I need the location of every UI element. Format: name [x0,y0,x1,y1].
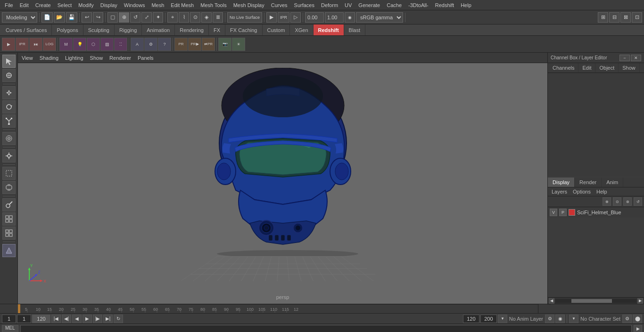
tab-fx-caching[interactable]: FX Caching [225,24,262,35]
timeline[interactable]: 5 10 15 20 25 30 35 40 45 50 55 60 65 70… [0,304,644,313]
gamma-dropdown[interactable]: sRGB gamma [356,12,403,23]
tab-fx[interactable]: FX [209,24,225,35]
move-tool-left[interactable] [2,86,16,99]
menu-edit[interactable]: Edit [17,1,32,9]
soft-select-tool[interactable] [2,132,16,145]
rs-help-btn[interactable]: ? [158,38,171,51]
sculpt-tool[interactable] [2,198,16,211]
menu-uv[interactable]: UV [342,1,355,9]
cb-tab-edit[interactable]: Edit [578,63,595,73]
panel-collapse-btn[interactable]: − [619,55,630,61]
multi-tool[interactable] [2,212,16,226]
menu-display[interactable]: Display [98,1,120,9]
no-live-surface-btn[interactable]: No Live Surface [227,12,262,23]
menu-redshift[interactable]: Redshift [432,1,457,9]
rs-pr2-btn[interactable]: PR▶ [188,38,201,51]
snap-live-btn[interactable]: ≣ [213,12,223,23]
anim-layer-settings-btn[interactable]: ⚙ [545,315,554,323]
cb-tab-channels[interactable]: Channels [549,63,578,73]
save-file-btn[interactable]: 💾 [66,12,77,23]
layer-list-item[interactable]: V P SciFi_Helmet_Blue [548,207,644,218]
command-send-btn[interactable]: ▶ [634,325,642,332]
snap-grid-btn[interactable]: ⌖ [167,12,178,23]
menu-generate[interactable]: Generate [355,1,383,9]
step-back-btn[interactable]: ◀| [62,315,71,323]
scroll-right-btn[interactable]: ▶ [637,298,643,304]
rs-light-btn[interactable]: 💡 [73,38,86,51]
scroll-track[interactable] [555,299,636,303]
char-set-dropdown-arrow[interactable]: ▼ [569,315,578,323]
tab-xgen[interactable]: XGen [290,24,313,35]
layer-new-empty-btn[interactable]: ⊕ [603,197,611,206]
paint-select-tool[interactable] [2,69,16,82]
play-back-btn[interactable]: ◀ [72,315,82,323]
move-tool-btn[interactable]: ⊕ [119,12,129,23]
menu-curves[interactable]: Curves [268,1,290,9]
scale-value[interactable] [325,12,344,23]
menu-mesh-display[interactable]: Mesh Display [231,1,267,9]
tab-rendering[interactable]: Rendering [175,24,209,35]
select-tool-btn[interactable]: ▢ [107,12,118,23]
rs-ipr-seq-btn[interactable]: ⏭ [29,38,42,51]
menu-edit-mesh[interactable]: Edit Mesh [168,1,197,9]
loop-btn[interactable]: ↻ [114,315,123,323]
undo-btn[interactable]: ↩ [82,12,92,23]
play-fwd-btn[interactable]: ▶ [83,315,92,323]
workspace-dropdown[interactable]: Modeling [2,12,37,23]
vp-view-menu[interactable]: View [20,55,35,61]
tab-render[interactable]: Render [575,178,602,187]
select-arrow-tool[interactable] [2,55,16,68]
rs-light2-btn[interactable]: ☀ [232,38,245,51]
cb-tab-object[interactable]: Object [595,63,619,73]
panel-close-btn[interactable]: ✕ [631,55,641,61]
snap-surface-btn[interactable]: ◈ [201,12,212,23]
tab-custom[interactable]: Custom [263,24,290,35]
step-fwd-btn[interactable]: |▶ [93,315,102,323]
viewport-canvas[interactable]: X Y Z persp [18,63,547,304]
tab-animation[interactable]: Animation [142,24,175,35]
last-tool-btn[interactable]: ✦ [153,12,163,23]
rotate-tool-left[interactable] [2,100,16,113]
layout-btn-4[interactable]: ⊡ [632,12,642,23]
ipr-btn[interactable]: IPR [278,12,289,23]
script-mode-btn[interactable]: MEL [2,325,18,332]
rs-mat-btn[interactable]: M [59,38,73,51]
universal-manip-tool[interactable] [2,149,16,162]
rs-volume-btn[interactable]: ▨ [100,38,114,51]
command-input[interactable] [20,325,632,332]
tab-display[interactable]: Display [548,178,575,187]
menu-3dtoall[interactable]: -3DtoAll- [405,1,431,9]
lasso-tool[interactable] [2,181,16,194]
tab-anim[interactable]: Anim [602,178,623,187]
menu-mesh-tools[interactable]: Mesh Tools [198,1,229,9]
layer-visibility-btn[interactable]: V [550,209,557,216]
menu-surfaces[interactable]: Surfaces [291,1,317,9]
render-btn[interactable]: ▶ [266,12,277,23]
rotate-tool-btn[interactable]: ↺ [130,12,140,23]
redo-btn[interactable]: ↪ [93,12,103,23]
goto-start-btn[interactable]: |◀ [51,315,61,323]
snap-curve-btn[interactable]: ⌇ [179,12,189,23]
tab-rigging[interactable]: Rigging [115,24,142,35]
menu-help[interactable]: Help [458,1,474,9]
layer-p-btn[interactable]: P [559,209,567,216]
anim-layer-mute-btn[interactable]: ◉ [555,315,565,323]
marquee-tool[interactable] [2,167,16,180]
menu-select[interactable]: Select [55,1,75,9]
gamma-toggle[interactable]: ◉ [345,12,355,23]
range-start-input[interactable] [33,315,50,323]
rs-proxy-btn[interactable]: ⬡ [87,38,100,51]
layout-btn-1[interactable]: ⊞ [598,12,608,23]
tab-blast[interactable]: Blast [344,24,365,35]
layer-selected-btn[interactable]: ⊙ [613,197,621,206]
render-seq-btn[interactable]: ▷ [290,12,301,23]
layers-help[interactable]: Help [594,188,609,195]
rotation-value[interactable] [305,12,324,23]
layers-menu[interactable]: Layers [550,188,569,195]
menu-modify[interactable]: Modify [75,1,96,9]
menu-mesh[interactable]: Mesh [149,1,167,9]
rs-ipr-btn[interactable]: IPR [16,38,29,51]
snap-point-btn[interactable]: ⊙ [190,12,200,23]
layer-options-btn[interactable]: ⊛ [623,197,632,206]
layout-btn-2[interactable]: ⊟ [609,12,619,23]
